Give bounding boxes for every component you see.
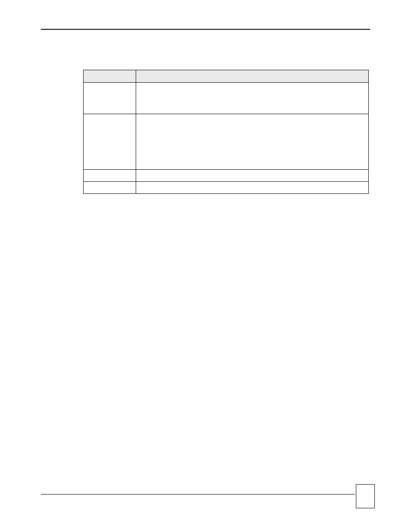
table-header-cell: [84, 70, 136, 83]
table-cell: [136, 170, 368, 182]
footer-rule: [41, 494, 355, 495]
table-cell: [136, 114, 368, 170]
table-cell: [84, 83, 136, 114]
document-page: [0, 0, 411, 532]
table-row: [84, 170, 369, 182]
table-header-cell: [136, 70, 368, 83]
table-cell: [84, 114, 136, 170]
table-cell: [84, 170, 136, 182]
table-cell: [136, 83, 368, 114]
table-header-row: [84, 70, 369, 83]
table-row: [84, 114, 369, 170]
header-rule: [41, 29, 370, 30]
table-cell: [84, 182, 136, 194]
page-number-box: [356, 484, 375, 508]
table-row: [84, 83, 369, 114]
table-row: [84, 182, 369, 194]
data-table: [83, 70, 369, 194]
content-area: [83, 70, 369, 194]
table-cell: [136, 182, 368, 194]
